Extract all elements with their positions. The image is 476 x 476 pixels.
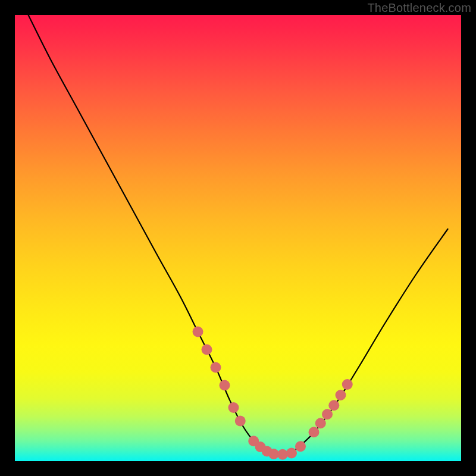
highlight-dot: [295, 441, 306, 452]
watermark-text: TheBottleneck.com: [367, 1, 471, 15]
highlight-dot: [328, 400, 339, 411]
highlight-dot: [336, 390, 346, 400]
highlight-dot: [220, 380, 230, 391]
highlight-dot: [228, 402, 239, 413]
highlight-dot: [309, 427, 320, 437]
highlight-dot: [322, 409, 333, 419]
highlight-dot: [286, 448, 297, 459]
highlight-dot: [193, 327, 203, 337]
bottleneck-curve: [29, 15, 448, 456]
highlight-dot: [202, 345, 212, 355]
highlight-dots: [193, 327, 353, 460]
highlight-dot: [235, 416, 246, 427]
curve-svg: [15, 15, 461, 461]
plot-area: [15, 15, 461, 461]
highlight-dot: [315, 418, 326, 428]
highlight-dot: [211, 362, 221, 373]
highlight-dot: [342, 379, 353, 390]
